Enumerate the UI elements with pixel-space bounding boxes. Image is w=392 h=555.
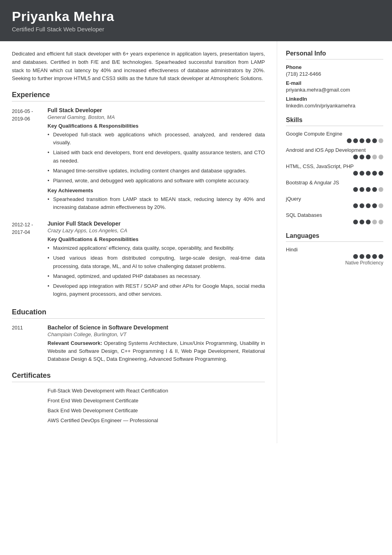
certificates-section: Certificates Full-Stack Web Development …	[12, 371, 265, 423]
experience-section: Experience 2016-05 -2019-06 Full Stack D…	[12, 91, 265, 300]
personal-info-title: Personal Info	[286, 50, 383, 59]
skill-name: SQL Databases	[286, 212, 383, 218]
skill-dots	[286, 187, 383, 192]
dot-filled	[379, 171, 383, 176]
exp-company-2: Crazy Lazy Apps, Los Angeles, CA	[48, 228, 265, 233]
bullet-item: Maximized applications' efficiency, data…	[48, 244, 265, 252]
education-entry-1: 2011 Bachelor of Science in Software Dev…	[12, 324, 265, 363]
linkedin-label: LinkedIn	[286, 96, 383, 102]
dot-filled	[372, 254, 377, 259]
bullet-item: Liaised with back end developers, front …	[48, 149, 265, 165]
exp-date-2: 2012-12 -2017-04	[12, 220, 48, 300]
email-value: priyanka.mehra@gmail.com	[286, 87, 383, 93]
skill-item: jQuery	[286, 196, 383, 208]
right-column: Personal Info Phone (718) 212-6466 E-mai…	[277, 41, 392, 443]
exp-qual-label-2: Key Qualifications & Responsibilities	[48, 236, 265, 242]
languages-title: Languages	[286, 232, 383, 242]
exp-title-2: Junior Full Stack Developer	[48, 220, 265, 227]
dot-filled	[366, 187, 371, 192]
cert-entry-2: Front End Web Development Certificate	[12, 398, 265, 404]
cert-entry-4: AWS Certified DevOps Engineer — Professi…	[12, 417, 265, 423]
skills-title: Skills	[286, 117, 383, 126]
dot-filled	[353, 138, 358, 143]
cert-text-4: AWS Certified DevOps Engineer — Professi…	[48, 417, 265, 423]
edu-school-1: Champlain College, Burlington, VT	[48, 331, 265, 337]
dot-filled	[353, 187, 358, 192]
skill-dots	[286, 220, 383, 224]
exp-achieve-label-1: Key Achievements	[48, 188, 265, 193]
edu-date-1: 2011	[12, 324, 48, 363]
skill-name: HTML, CSS, JavaScript, PHP	[286, 163, 383, 169]
education-section: Education 2011 Bachelor of Science in So…	[12, 308, 265, 363]
skill-dots	[286, 203, 383, 208]
skill-item: Android and iOS App Development	[286, 147, 383, 159]
cert-spacer	[12, 408, 48, 413]
dot-filled	[366, 220, 371, 224]
dot-empty	[379, 187, 383, 192]
exp-qual-label-1: Key Qualifications & Responsibilities	[48, 123, 265, 129]
dot-empty	[379, 138, 383, 143]
personal-info-section: Personal Info Phone (718) 212-6466 E-mai…	[286, 50, 383, 109]
left-column: Dedicated and efficient full stack devel…	[0, 41, 277, 443]
dot-filled	[366, 138, 371, 143]
cert-spacer	[12, 388, 48, 394]
exp-bullets-1: Developed full-stack web applications wh…	[48, 131, 265, 185]
dot-empty	[372, 220, 377, 224]
dot-empty	[379, 155, 383, 159]
dot-filled	[360, 171, 364, 176]
experience-title: Experience	[12, 91, 265, 101]
dot-filled	[353, 254, 358, 259]
dot-filled	[360, 138, 364, 143]
skill-dots	[286, 138, 383, 143]
experience-entry-2: 2012-12 -2017-04 Junior Full Stack Devel…	[12, 220, 265, 300]
bullet-item: Used various ideas from distributed comp…	[48, 254, 265, 270]
dot-filled	[366, 155, 371, 159]
candidate-subtitle: Certified Full Stack Web Developer	[12, 26, 380, 33]
bullet-item: Managed time-sensitive updates, includin…	[48, 167, 265, 175]
phone-label: Phone	[286, 64, 383, 70]
language-item: HindiNative Proficiency	[286, 247, 383, 266]
skill-item: HTML, CSS, JavaScript, PHP	[286, 163, 383, 176]
phone-value: (718) 212-6466	[286, 71, 383, 77]
resume-header: Priyanka Mehra Certified Full Stack Web …	[0, 0, 392, 41]
skill-item: Bootstrap & Angular JS	[286, 180, 383, 192]
experience-entry-1: 2016-05 -2019-06 Full Stack Developer Ge…	[12, 107, 265, 213]
dot-filled	[366, 171, 371, 176]
exp-content-1: Full Stack Developer General Gaming, Bos…	[48, 107, 265, 213]
dot-empty	[372, 155, 377, 159]
skill-name: jQuery	[286, 196, 383, 202]
exp-date-1: 2016-05 -2019-06	[12, 107, 48, 213]
skill-item: SQL Databases	[286, 212, 383, 224]
bullet-item: Managed, optimized, and updated PHP data…	[48, 272, 265, 280]
dot-filled	[372, 203, 377, 208]
skill-dots	[286, 155, 383, 159]
dot-filled	[372, 171, 377, 176]
bullet-item: Planned, wrote, and debugged web applica…	[48, 177, 265, 185]
skills-section: Skills Google Compute EngineAndroid and …	[286, 117, 383, 224]
bullet-item: Developed app integration with REST / SO…	[48, 282, 265, 298]
languages-section: Languages HindiNative Proficiency	[286, 232, 383, 266]
dot-filled	[353, 171, 358, 176]
dot-filled	[360, 203, 364, 208]
language-dots	[286, 254, 383, 259]
skill-dots	[286, 171, 383, 176]
dot-empty	[379, 220, 383, 224]
certificates-title: Certificates	[12, 371, 265, 382]
dot-filled	[347, 138, 352, 143]
edu-degree-1: Bachelor of Science in Software Developm…	[48, 324, 265, 331]
dot-filled	[360, 155, 364, 159]
skill-item: Google Compute Engine	[286, 131, 383, 143]
skills-list: Google Compute EngineAndroid and iOS App…	[286, 131, 383, 224]
dot-filled	[372, 187, 377, 192]
candidate-name: Priyanka Mehra	[12, 9, 380, 24]
cert-entry-1: Full-Stack Web Development with React Ce…	[12, 388, 265, 394]
edu-coursework-1: Relevant Coursework: Operating Systems A…	[48, 339, 265, 363]
exp-content-2: Junior Full Stack Developer Crazy Lazy A…	[48, 220, 265, 300]
dot-filled	[360, 254, 364, 259]
dot-filled	[366, 254, 371, 259]
dot-filled	[366, 203, 371, 208]
dot-filled	[360, 187, 364, 192]
exp-company-1: General Gaming, Boston, MA	[48, 114, 265, 120]
email-label: E-mail	[286, 80, 383, 86]
dot-filled	[360, 220, 364, 224]
